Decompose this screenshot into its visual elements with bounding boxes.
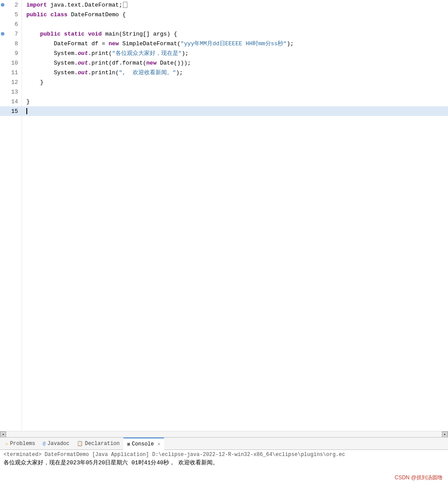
method-11a: .println( bbox=[88, 69, 119, 76]
code-line-empty-24 bbox=[22, 338, 448, 348]
horizontal-scrollbar[interactable]: ◂ ▸ bbox=[0, 431, 448, 437]
indent-8 bbox=[26, 40, 54, 47]
line-number-14: 14 bbox=[0, 97, 22, 106]
declaration-icon: 📋 bbox=[77, 441, 83, 446]
code-line-empty-20 bbox=[22, 300, 448, 309]
system-9: System. bbox=[54, 50, 78, 57]
line-number-5: 5 bbox=[0, 10, 22, 19]
line-number-10: 10 bbox=[0, 58, 22, 68]
code-line-2: import java.text.DateFormat; bbox=[22, 0, 448, 10]
brace-12: } bbox=[40, 79, 43, 86]
code-line-empty-9 bbox=[22, 193, 448, 203]
code-line-12: } bbox=[22, 77, 448, 87]
out-10: out bbox=[78, 60, 88, 66]
keyword-void: void bbox=[88, 31, 101, 37]
scroll-track[interactable] bbox=[6, 431, 442, 438]
code-lines[interactable]: import java.text.DateFormat; public clas… bbox=[22, 0, 448, 431]
code-line-9: System. out .print( "各位观众大家好，现在是" ); bbox=[22, 48, 448, 58]
code-line-empty-16 bbox=[22, 261, 448, 271]
line-number-6: 6 bbox=[0, 19, 22, 29]
line-number-13: 13 bbox=[0, 87, 22, 97]
code-line-empty-12 bbox=[22, 222, 448, 232]
editor-area[interactable]: 2 5 6 7 8 9 10 11 12 13 14 15 import jav… bbox=[0, 0, 448, 437]
space-7b bbox=[85, 31, 88, 37]
scroll-left-arrow[interactable]: ◂ bbox=[0, 431, 6, 438]
space-7a bbox=[61, 31, 64, 37]
code-line-empty-29 bbox=[22, 387, 448, 396]
system-10: System. bbox=[54, 60, 78, 66]
tab-declaration-label: Declaration bbox=[85, 441, 119, 447]
line-number-12: 12 bbox=[0, 77, 22, 87]
code-line-11: System. out .println( ", 欢迎收看新闻。" ); bbox=[22, 68, 448, 77]
bracket-icon bbox=[123, 2, 127, 8]
code-line-empty-22 bbox=[22, 319, 448, 329]
import-text: java.text.DateFormat; bbox=[47, 2, 123, 8]
code-line-6 bbox=[22, 19, 448, 29]
bottom-panel: ⚠ Problems @ Javadoc 📋 Declaration ▣ Con… bbox=[0, 437, 448, 485]
code-line-empty-8 bbox=[22, 184, 448, 193]
code-line-empty-5 bbox=[22, 155, 448, 164]
method-10a: .print(df.format( bbox=[88, 60, 146, 66]
console-area: <terminated> DateFormatDemo [Java Applic… bbox=[0, 450, 448, 485]
console-content-wrapper: <terminated> DateFormatDemo [Java Applic… bbox=[0, 450, 448, 485]
code-line-empty-13 bbox=[22, 232, 448, 242]
space-5a bbox=[47, 11, 51, 18]
tab-declaration[interactable]: 📋 Declaration bbox=[73, 438, 123, 450]
code-line-empty-15 bbox=[22, 251, 448, 261]
line-number-8: 8 bbox=[0, 39, 22, 48]
code-line-empty-10 bbox=[22, 203, 448, 213]
tab-javadoc[interactable]: @ Javadoc bbox=[39, 438, 73, 450]
code-line-empty-23 bbox=[22, 329, 448, 338]
brace-14: } bbox=[26, 98, 30, 105]
keyword-public-5: public bbox=[26, 11, 47, 18]
text-8a: SimpleDateFormat( bbox=[119, 40, 181, 47]
console-close-icon[interactable]: ✕ bbox=[158, 441, 161, 447]
string-11: ", 欢迎收看新闻。" bbox=[119, 69, 176, 76]
indent-12 bbox=[26, 79, 40, 86]
code-line-empty-3 bbox=[22, 135, 448, 145]
code-line-empty-6 bbox=[22, 164, 448, 174]
scroll-right-arrow[interactable]: ▸ bbox=[442, 431, 448, 438]
line-numbers: 2 5 6 7 8 9 10 11 12 13 14 15 bbox=[0, 0, 22, 431]
watermark: CSDN @抓到汤圆噜 bbox=[394, 474, 443, 481]
code-line-15[interactable] bbox=[22, 106, 448, 116]
code-line-empty-21 bbox=[22, 309, 448, 319]
line-number-15: 15 bbox=[0, 106, 22, 116]
code-line-empty-1 bbox=[22, 116, 448, 126]
tabs-bar: ⚠ Problems @ Javadoc 📋 Declaration ▣ Con… bbox=[0, 438, 448, 450]
system-11: System. bbox=[54, 69, 78, 76]
code-line-13 bbox=[22, 87, 448, 97]
type-dateformat: DateFormat df = bbox=[54, 40, 108, 47]
code-line-empty-14 bbox=[22, 242, 448, 251]
cursor-15 bbox=[26, 108, 27, 114]
code-line-empty-7 bbox=[22, 174, 448, 184]
classname-text: DateFormatDemo { bbox=[68, 11, 126, 18]
text-8b: ); bbox=[287, 40, 294, 47]
string-9: "各位观众大家好，现在是" bbox=[112, 49, 182, 57]
javadoc-icon: @ bbox=[43, 441, 46, 446]
keyword-new-10: new bbox=[146, 60, 156, 66]
keyword-import: import bbox=[26, 2, 47, 8]
code-line-14: } bbox=[22, 97, 448, 106]
method-9: .print( bbox=[88, 50, 112, 57]
code-line-empty-26 bbox=[22, 358, 448, 367]
indent-10 bbox=[26, 60, 54, 66]
tab-javadoc-label: Javadoc bbox=[47, 441, 69, 447]
problems-icon: ⚠ bbox=[5, 441, 8, 446]
tab-console-label: Console bbox=[132, 441, 154, 447]
keyword-static: static bbox=[64, 31, 85, 37]
tab-console[interactable]: ▣ Console ✕ bbox=[123, 438, 164, 450]
indent-7 bbox=[26, 31, 40, 37]
code-line-5: public class DateFormatDemo { bbox=[22, 10, 448, 19]
tab-problems[interactable]: ⚠ Problems bbox=[2, 438, 39, 450]
code-line-10: System. out .print(df.format( new Date()… bbox=[22, 58, 448, 68]
console-icon: ▣ bbox=[127, 441, 130, 447]
out-11: out bbox=[78, 69, 88, 76]
code-line-7: public static void main(String[] args) { bbox=[22, 29, 448, 39]
text-9b: ); bbox=[182, 50, 189, 57]
tab-problems-label: Problems bbox=[10, 441, 36, 447]
string-8: "yyy年MM月dd日EEEEE HH时mm分ss秒" bbox=[181, 40, 287, 47]
keyword-public-7: public bbox=[40, 31, 61, 37]
code-line-empty-2 bbox=[22, 126, 448, 135]
indent-9 bbox=[26, 50, 54, 57]
